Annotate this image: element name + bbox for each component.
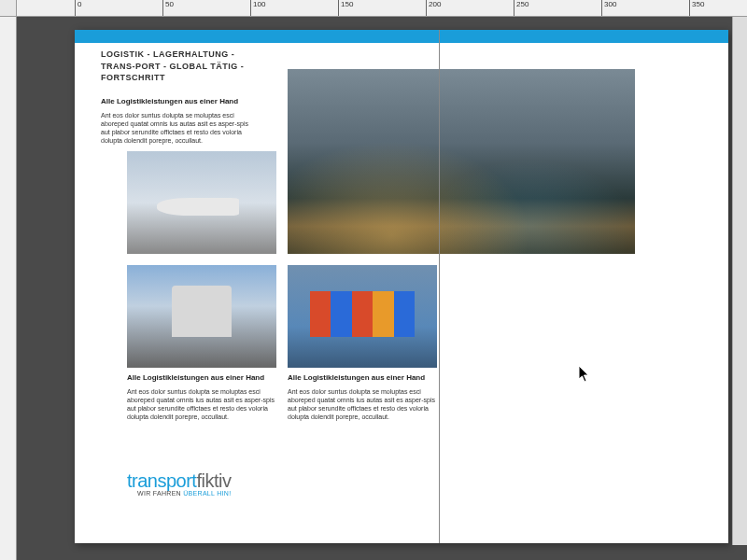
section-body[interactable]: Ant eos dolor suntus dolupta se moluptas…	[127, 387, 276, 421]
section-title[interactable]: Alle Logistikleistungen aus einer Hand	[288, 373, 437, 382]
mouse-cursor-icon	[579, 366, 590, 385]
page-content: LOGISTIK - LAGERHALTUNG - TRANS-PORT - G…	[101, 49, 702, 525]
page-fold-guide	[439, 30, 440, 543]
logo[interactable]: transportfiktiv WIR FAHREN ÜBERALL HIN!	[127, 470, 231, 497]
image-hero-city[interactable]	[288, 69, 635, 254]
tagline-a: WIR FAHREN	[137, 490, 183, 497]
ruler-vertical[interactable]	[0, 17, 17, 560]
canvas[interactable]: LOGISTIK - LAGERHALTUNG - TRANS-PORT - G…	[17, 17, 747, 560]
ruler-tick: 350	[689, 0, 704, 17]
ruler-tick: 50	[162, 0, 174, 17]
ruler-tick: 100	[250, 0, 265, 17]
section-title[interactable]: Alle Logistikleistungen aus einer Hand	[101, 97, 250, 105]
ruler-origin	[0, 0, 17, 17]
logo-wordmark: transportfiktiv	[127, 470, 231, 492]
ruler-tick: 250	[514, 0, 529, 17]
tagline-b: ÜBERALL HIN!	[183, 490, 231, 497]
headline-text[interactable]: LOGISTIK - LAGERHALTUNG - TRANS-PORT - G…	[101, 49, 250, 84]
image-truck[interactable]	[127, 265, 276, 368]
document-page[interactable]: LOGISTIK - LAGERHALTUNG - TRANS-PORT - G…	[75, 30, 728, 543]
ruler-tick: 300	[601, 0, 616, 17]
image-airplane[interactable]	[127, 151, 276, 254]
logo-part1: transport	[127, 470, 196, 491]
ruler-tick: 200	[426, 0, 441, 17]
ruler-tick: 0	[75, 0, 81, 17]
section-body[interactable]: Ant eos dolor suntus dolupta se moluptas…	[101, 111, 250, 145]
logo-part2: fiktiv	[196, 470, 231, 491]
section-body[interactable]: Ant eos dolor suntus dolupta se moluptas…	[288, 387, 437, 421]
scrollbar-vertical[interactable]	[732, 17, 747, 545]
ruler-horizontal[interactable]: 0 50 100 150 200 250 300 350	[17, 0, 747, 17]
header-bar	[75, 30, 728, 43]
image-ship[interactable]	[288, 265, 437, 368]
logo-tagline: WIR FAHREN ÜBERALL HIN!	[127, 490, 231, 497]
ruler-tick: 150	[338, 0, 353, 17]
section-title[interactable]: Alle Logistikleistungen aus einer Hand	[127, 373, 276, 382]
